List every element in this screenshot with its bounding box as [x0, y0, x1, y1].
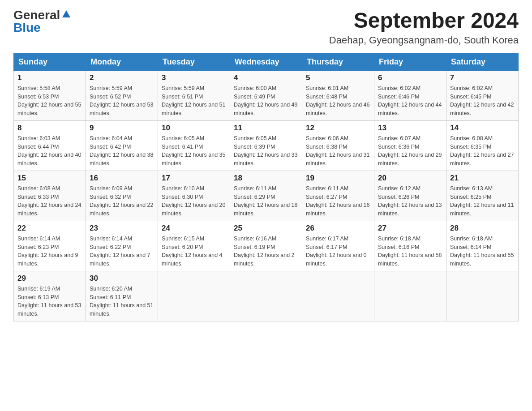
day-info: Sunrise: 6:19 AMSunset: 6:13 PMDaylight:… [17, 286, 81, 317]
day-number: 6 [378, 73, 442, 82]
day-info: Sunrise: 6:12 AMSunset: 6:26 PMDaylight:… [378, 185, 442, 217]
table-row: 13 Sunrise: 6:07 AMSunset: 6:36 PMDaylig… [374, 120, 446, 171]
day-number: 2 [90, 73, 154, 82]
day-number: 27 [378, 224, 442, 233]
day-number: 4 [234, 73, 298, 82]
logo-triangle-icon [61, 9, 71, 19]
table-row: 15 Sunrise: 6:08 AMSunset: 6:33 PMDaylig… [14, 171, 86, 221]
table-row: 26 Sunrise: 6:17 AMSunset: 6:17 PMDaylig… [302, 221, 374, 271]
day-number: 5 [306, 73, 370, 82]
table-row: 23 Sunrise: 6:14 AMSunset: 6:22 PMDaylig… [86, 221, 158, 271]
calendar-week-row: 22 Sunrise: 6:14 AMSunset: 6:23 PMDaylig… [14, 221, 519, 271]
day-info: Sunrise: 6:05 AMSunset: 6:41 PMDaylight:… [162, 135, 225, 167]
table-row [158, 271, 230, 321]
header-wednesday: Wednesday [230, 53, 302, 70]
calendar-week-row: 15 Sunrise: 6:08 AMSunset: 6:33 PMDaylig… [14, 171, 519, 221]
header-saturday: Saturday [446, 53, 519, 70]
day-info: Sunrise: 6:07 AMSunset: 6:36 PMDaylight:… [378, 135, 442, 167]
day-info: Sunrise: 6:18 AMSunset: 6:14 PMDaylight:… [450, 235, 514, 267]
day-info: Sunrise: 6:03 AMSunset: 6:44 PMDaylight:… [17, 135, 81, 167]
table-row: 3 Sunrise: 5:59 AMSunset: 6:51 PMDayligh… [158, 70, 230, 120]
day-info: Sunrise: 6:18 AMSunset: 6:16 PMDaylight:… [378, 235, 442, 267]
day-info: Sunrise: 6:09 AMSunset: 6:32 PMDaylight:… [90, 185, 153, 217]
day-number: 29 [17, 274, 82, 283]
table-row [374, 271, 446, 321]
day-number: 14 [450, 124, 515, 133]
day-info: Sunrise: 6:14 AMSunset: 6:22 PMDaylight:… [90, 235, 150, 267]
table-row: 14 Sunrise: 6:08 AMSunset: 6:35 PMDaylig… [446, 120, 519, 171]
day-number: 15 [17, 174, 82, 183]
table-row: 27 Sunrise: 6:18 AMSunset: 6:16 PMDaylig… [374, 221, 446, 271]
day-info: Sunrise: 6:04 AMSunset: 6:42 PMDaylight:… [90, 135, 153, 167]
day-info: Sunrise: 6:08 AMSunset: 6:35 PMDaylight:… [450, 135, 514, 167]
table-row: 4 Sunrise: 6:00 AMSunset: 6:49 PMDayligh… [230, 70, 302, 120]
table-row: 10 Sunrise: 6:05 AMSunset: 6:41 PMDaylig… [158, 120, 230, 171]
day-number: 23 [90, 224, 154, 233]
day-number: 22 [17, 224, 82, 233]
table-row [230, 271, 302, 321]
calendar-week-row: 1 Sunrise: 5:58 AMSunset: 6:53 PMDayligh… [14, 70, 519, 120]
table-row: 16 Sunrise: 6:09 AMSunset: 6:32 PMDaylig… [86, 171, 158, 221]
day-info: Sunrise: 6:20 AMSunset: 6:11 PMDaylight:… [90, 286, 153, 317]
table-row: 24 Sunrise: 6:15 AMSunset: 6:20 PMDaylig… [158, 221, 230, 271]
calendar-table: Sunday Monday Tuesday Wednesday Thursday… [13, 53, 519, 321]
header-monday: Monday [86, 53, 158, 70]
day-info: Sunrise: 6:06 AMSunset: 6:38 PMDaylight:… [306, 135, 369, 167]
table-row: 9 Sunrise: 6:04 AMSunset: 6:42 PMDayligh… [86, 120, 158, 171]
day-number: 10 [162, 124, 226, 133]
title-area: September 2024 Daehap, Gyeongsangnam-do,… [329, 9, 519, 46]
table-row: 28 Sunrise: 6:18 AMSunset: 6:14 PMDaylig… [446, 221, 519, 271]
table-row: 6 Sunrise: 6:02 AMSunset: 6:46 PMDayligh… [374, 70, 446, 120]
day-number: 21 [450, 174, 515, 183]
day-info: Sunrise: 6:15 AMSunset: 6:20 PMDaylight:… [162, 235, 223, 267]
page-header: General Blue September 2024 Daehap, Gyeo… [13, 9, 519, 46]
day-info: Sunrise: 6:10 AMSunset: 6:30 PMDaylight:… [162, 185, 225, 217]
weekday-header-row: Sunday Monday Tuesday Wednesday Thursday… [14, 53, 519, 70]
day-info: Sunrise: 5:59 AMSunset: 6:51 PMDaylight:… [162, 85, 225, 116]
day-info: Sunrise: 6:11 AMSunset: 6:29 PMDaylight:… [234, 185, 297, 217]
day-number: 12 [306, 124, 370, 133]
day-number: 8 [17, 124, 82, 133]
day-number: 7 [450, 73, 515, 82]
logo-blue: Blue [13, 21, 41, 34]
day-number: 1 [17, 73, 82, 82]
table-row [302, 271, 374, 321]
calendar-week-row: 29 Sunrise: 6:19 AMSunset: 6:13 PMDaylig… [14, 271, 519, 321]
table-row: 11 Sunrise: 6:05 AMSunset: 6:39 PMDaylig… [230, 120, 302, 171]
table-row: 17 Sunrise: 6:10 AMSunset: 6:30 PMDaylig… [158, 171, 230, 221]
logo: General Blue [13, 9, 71, 34]
day-number: 16 [90, 174, 154, 183]
day-number: 18 [234, 174, 298, 183]
day-info: Sunrise: 6:05 AMSunset: 6:39 PMDaylight:… [234, 135, 297, 167]
day-number: 20 [378, 174, 442, 183]
calendar-title: September 2024 [329, 9, 519, 33]
day-number: 11 [234, 124, 298, 133]
calendar-subtitle: Daehap, Gyeongsangnam-do, South Korea [329, 34, 519, 46]
table-row: 20 Sunrise: 6:12 AMSunset: 6:26 PMDaylig… [374, 171, 446, 221]
table-row: 1 Sunrise: 5:58 AMSunset: 6:53 PMDayligh… [14, 70, 86, 120]
table-row: 25 Sunrise: 6:16 AMSunset: 6:19 PMDaylig… [230, 221, 302, 271]
day-info: Sunrise: 6:01 AMSunset: 6:48 PMDaylight:… [306, 85, 369, 116]
table-row: 7 Sunrise: 6:02 AMSunset: 6:45 PMDayligh… [446, 70, 519, 120]
day-info: Sunrise: 6:13 AMSunset: 6:25 PMDaylight:… [450, 185, 514, 217]
table-row: 12 Sunrise: 6:06 AMSunset: 6:38 PMDaylig… [302, 120, 374, 171]
table-row: 30 Sunrise: 6:20 AMSunset: 6:11 PMDaylig… [86, 271, 158, 321]
table-row: 21 Sunrise: 6:13 AMSunset: 6:25 PMDaylig… [446, 171, 519, 221]
day-number: 13 [378, 124, 442, 133]
day-info: Sunrise: 5:59 AMSunset: 6:52 PMDaylight:… [90, 85, 153, 116]
day-info: Sunrise: 6:02 AMSunset: 6:46 PMDaylight:… [378, 85, 442, 116]
header-friday: Friday [374, 53, 446, 70]
day-info: Sunrise: 6:11 AMSunset: 6:27 PMDaylight:… [306, 185, 369, 217]
day-number: 17 [162, 174, 226, 183]
day-number: 28 [450, 224, 515, 233]
day-number: 30 [90, 274, 154, 283]
header-sunday: Sunday [14, 53, 86, 70]
day-info: Sunrise: 6:00 AMSunset: 6:49 PMDaylight:… [234, 85, 297, 116]
table-row: 29 Sunrise: 6:19 AMSunset: 6:13 PMDaylig… [14, 271, 86, 321]
table-row: 8 Sunrise: 6:03 AMSunset: 6:44 PMDayligh… [14, 120, 86, 171]
day-info: Sunrise: 5:58 AMSunset: 6:53 PMDaylight:… [17, 85, 81, 116]
day-info: Sunrise: 6:08 AMSunset: 6:33 PMDaylight:… [17, 185, 81, 217]
calendar-week-row: 8 Sunrise: 6:03 AMSunset: 6:44 PMDayligh… [14, 120, 519, 171]
day-info: Sunrise: 6:17 AMSunset: 6:17 PMDaylight:… [306, 235, 367, 267]
header-thursday: Thursday [302, 53, 374, 70]
